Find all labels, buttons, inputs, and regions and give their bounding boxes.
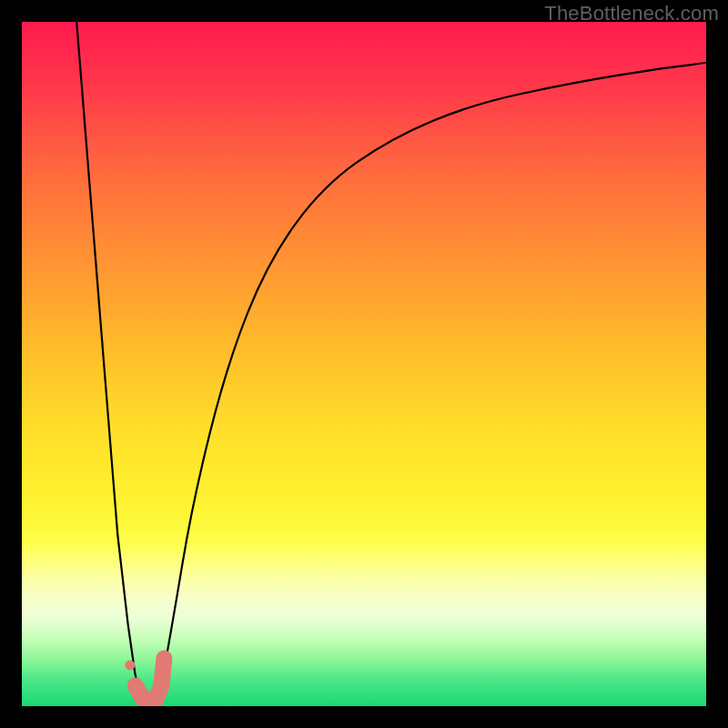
plot-area [22,22,706,706]
chart-frame: TheBottleneck.com [0,0,728,728]
marker-dot [129,679,142,692]
gradient-background [22,22,706,706]
chart-svg [22,22,706,706]
marker-dot [125,660,135,670]
